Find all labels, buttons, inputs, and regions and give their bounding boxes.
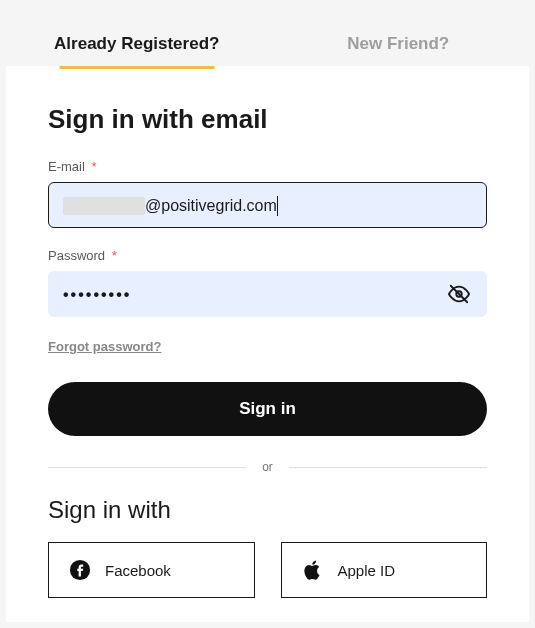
signin-button-label: Sign in: [239, 399, 296, 418]
password-label: Password: [48, 248, 105, 263]
facebook-button[interactable]: Facebook: [48, 542, 255, 598]
redacted-segment: [63, 197, 145, 215]
email-suffix: @positivegrid.com: [145, 183, 277, 229]
email-field-group: E-mail * @positivegrid.com: [48, 159, 487, 228]
required-marker: *: [112, 248, 117, 263]
email-label: E-mail: [48, 159, 85, 174]
text-cursor: [277, 196, 278, 216]
social-heading: Sign in with: [48, 496, 487, 524]
password-input-wrap: •••••••••: [48, 271, 487, 317]
apple-label: Apple ID: [338, 562, 396, 579]
required-marker: *: [91, 159, 96, 174]
email-input[interactable]: @positivegrid.com: [48, 182, 487, 228]
password-input[interactable]: •••••••••: [48, 271, 487, 317]
signin-card: Already Registered? New Friend? Sign in …: [6, 6, 529, 622]
forgot-password-link[interactable]: Forgot password?: [48, 339, 161, 354]
facebook-icon: [69, 559, 91, 581]
divider: or: [48, 460, 487, 474]
email-input-wrap: @positivegrid.com: [48, 182, 487, 228]
email-value-display: @positivegrid.com: [63, 183, 472, 229]
password-label-row: Password *: [48, 248, 487, 263]
password-field-group: Password * •••••••••: [48, 248, 487, 317]
eye-off-icon: [448, 283, 470, 305]
facebook-label: Facebook: [105, 562, 171, 579]
page-title: Sign in with email: [48, 104, 487, 135]
email-label-row: E-mail *: [48, 159, 487, 174]
tab-already-registered[interactable]: Already Registered?: [6, 6, 268, 66]
content-area: Sign in with email E-mail * @positivegri…: [6, 66, 529, 622]
tab-label: Already Registered?: [54, 34, 219, 53]
tab-row: Already Registered? New Friend?: [6, 6, 529, 66]
social-buttons-row: Facebook Apple ID: [48, 542, 487, 598]
tab-new-friend[interactable]: New Friend?: [268, 6, 530, 66]
apple-icon: [302, 559, 324, 581]
toggle-password-visibility-button[interactable]: [447, 282, 471, 306]
divider-text: or: [246, 460, 289, 474]
tab-label: New Friend?: [347, 34, 449, 53]
signin-button[interactable]: Sign in: [48, 382, 487, 436]
password-masked-value: •••••••••: [63, 272, 472, 318]
apple-button[interactable]: Apple ID: [281, 542, 488, 598]
